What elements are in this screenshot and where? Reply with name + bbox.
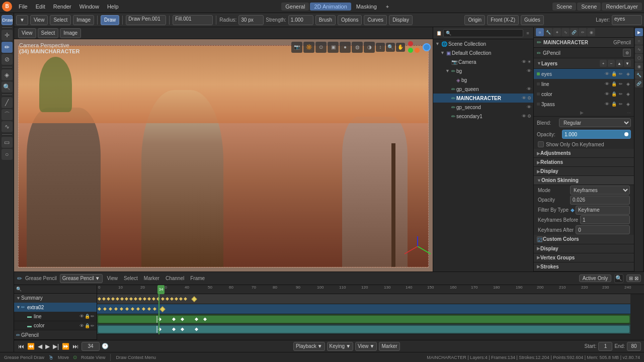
summary-expand[interactable]: ▼ xyxy=(16,296,20,301)
side-tab-active[interactable]: ▶ xyxy=(635,28,643,36)
layer-lock-line[interactable]: 🔒 xyxy=(611,81,617,86)
vertex-groups-section[interactable]: ▶ Vertex Groups xyxy=(534,253,634,262)
summary-track-row[interactable] xyxy=(97,294,630,304)
layer-eye-color[interactable]: 👁 xyxy=(604,92,610,97)
options-btn[interactable]: Options xyxy=(338,15,362,25)
axis-gizmo[interactable] xyxy=(408,236,428,256)
side-tab-2[interactable]: ○ xyxy=(635,37,643,45)
side-tab-4[interactable]: ⬡ xyxy=(635,54,643,62)
layer-lock-3pass[interactable]: 🔒 xyxy=(611,102,617,107)
nav-walk-btn[interactable]: ↕ xyxy=(376,43,385,52)
layer-down-btn[interactable]: ▼ xyxy=(624,60,631,67)
end-frame-input[interactable]: 80 xyxy=(627,342,641,351)
timeline-search[interactable]: 🔍 xyxy=(614,274,623,283)
color-eye-icon[interactable]: 👁 xyxy=(79,323,84,328)
layer-line[interactable]: line 👁 🔒 ✏ ◈ xyxy=(534,79,634,89)
tree-scene-collection[interactable]: ▼ 🌐 Scene Collection xyxy=(433,39,533,48)
bg-eye-icon[interactable]: 👁 xyxy=(527,68,531,73)
nav-overlay-btn[interactable]: ⊙ xyxy=(315,42,327,53)
layer-eyes[interactable]: eyes 👁 🔒 ✏ ◈ xyxy=(534,69,634,79)
timeline-marker-btn[interactable]: Marker xyxy=(142,276,161,281)
circle-tool[interactable]: ○ xyxy=(2,149,13,160)
menu-file[interactable]: File xyxy=(15,3,31,11)
viewport-image-btn[interactable]: Image xyxy=(60,28,81,38)
menu-window[interactable]: Window xyxy=(76,3,103,11)
viewport-view-btn[interactable]: View xyxy=(18,28,36,38)
cursor-tool[interactable]: ✛ xyxy=(2,30,13,41)
camera-render-icon[interactable]: ☀ xyxy=(527,59,531,64)
layer-fill-eyes[interactable]: ◈ xyxy=(625,71,631,76)
step-back-btn[interactable]: ◀ xyxy=(37,343,43,350)
mainchar-eye-icon[interactable]: 👁 xyxy=(522,96,526,101)
mode-draw[interactable]: Draw xyxy=(2,15,13,25)
workspace-add[interactable]: + xyxy=(382,3,393,11)
playback-btn[interactable]: Playback▼ xyxy=(293,342,325,351)
menu-help[interactable]: Help xyxy=(104,3,122,11)
line-pencil-icon[interactable]: ✏ xyxy=(91,314,95,319)
props-tab-modifier[interactable]: 🔧 xyxy=(544,28,552,36)
onion-section-header[interactable]: ▼ Onion Skinning xyxy=(534,176,634,185)
custom-colors-section[interactable]: ☑ Custom Colors xyxy=(534,235,634,244)
mainchar-rig-icon[interactable]: ⚙ xyxy=(527,96,531,101)
color-pencil-icon[interactable]: ✏ xyxy=(91,323,95,328)
onion-mode-select[interactable]: Keyframes xyxy=(570,186,630,195)
line-lock-icon[interactable]: 🔒 xyxy=(85,314,90,319)
tree-bg-group[interactable]: ▼ ✏ bg 👁 xyxy=(433,66,533,75)
fill-tool[interactable]: ◈ xyxy=(2,69,13,80)
props-tab-material[interactable]: ◉ xyxy=(587,28,595,36)
tree-gpsecond[interactable]: ✏ gp_second 👁 xyxy=(433,103,533,112)
adjustments-section[interactable]: ▶ Adjustments xyxy=(534,149,634,158)
eyedrop-tool[interactable]: 🔍 xyxy=(2,81,13,93)
viewport-select-btn[interactable]: Select xyxy=(38,28,59,38)
jump-end-btn[interactable]: ⏭ xyxy=(71,343,79,350)
line-eye-icon[interactable]: 👁 xyxy=(79,314,84,319)
draw-tool[interactable]: ✏ xyxy=(2,42,13,53)
nav-pan-btn[interactable]: ✋ xyxy=(396,43,405,52)
color-lock-icon[interactable]: 🔒 xyxy=(85,323,90,328)
box-tool[interactable]: ▭ xyxy=(2,137,13,148)
nav-render-btn[interactable]: 🔆 xyxy=(303,42,314,53)
secondary1-rig-icon[interactable]: ⚙ xyxy=(527,114,531,119)
nav-material-btn[interactable]: ◍ xyxy=(352,42,363,53)
layer-fill-color[interactable]: ◈ xyxy=(625,92,631,97)
data-settings-btn[interactable]: ⚙ xyxy=(623,49,631,57)
display-section-2[interactable]: ▶ Display xyxy=(534,244,634,253)
viewport-canvas[interactable]: Camera Perspective (34) MAINCHARACTER xyxy=(14,39,433,272)
side-tab-3[interactable]: ∿ xyxy=(635,45,643,53)
track-header-gp[interactable]: ✏ GPencil xyxy=(14,330,97,340)
filter-type-value[interactable]: Keyframe xyxy=(576,206,630,215)
timeline-frame-btn[interactable]: Frame xyxy=(189,276,206,281)
display-section[interactable]: ▶ Display xyxy=(534,167,634,176)
layer-add-btn[interactable]: + xyxy=(600,60,607,67)
current-frame-input[interactable]: 34 xyxy=(82,342,100,351)
layer-lock-eyes[interactable]: 🔒 xyxy=(611,71,617,76)
start-frame-input[interactable]: 1 xyxy=(598,342,612,351)
scene-selector[interactable]: Scene xyxy=(577,3,601,11)
curves-btn[interactable]: Curves xyxy=(364,15,387,25)
kf-before-value[interactable]: 1 xyxy=(580,215,630,224)
layer-eye-3pass[interactable]: 👁 xyxy=(604,102,610,107)
secondary1-eye-icon[interactable]: 👁 xyxy=(522,114,526,119)
kf-after-value[interactable]: 0 xyxy=(576,225,630,234)
layer-eye-eyes[interactable]: 👁 xyxy=(604,71,610,76)
jump-start-btn[interactable]: ⏮ xyxy=(17,343,25,350)
props-tab-object[interactable]: ○ xyxy=(536,28,544,36)
track-header-extra02[interactable]: ▼ ✏ extra02 xyxy=(14,303,97,312)
track-header-summary[interactable]: ▼ Summary xyxy=(14,294,97,303)
relations-section[interactable]: ▶ Relations xyxy=(534,158,634,167)
image-header-btn[interactable]: Image xyxy=(73,15,94,25)
view-timeline-btn[interactable]: View▼ xyxy=(355,342,377,351)
nav-render-view-btn[interactable]: ◑ xyxy=(364,42,375,53)
camera-eye-icon[interactable]: 👁 xyxy=(522,59,526,64)
radius-value[interactable]: 30 px xyxy=(238,15,264,25)
mode-btn[interactable]: ▼ xyxy=(16,15,28,25)
layer-lock-color[interactable]: 🔒 xyxy=(611,92,617,97)
props-tab-constraints[interactable]: 🔗 xyxy=(570,28,578,36)
gpsecond-eye-icon[interactable]: 👁 xyxy=(527,105,531,110)
display-btn[interactable]: Display xyxy=(389,15,413,25)
side-tab-6[interactable]: 🔧 xyxy=(635,71,643,79)
onion-opacity-value[interactable]: 0.026 xyxy=(570,196,630,205)
tree-secondary1[interactable]: ✏ secondary1 👁 ⚙ xyxy=(433,112,533,121)
timeline-filter[interactable]: ⊞ ⊠ xyxy=(626,275,641,282)
strength-value[interactable]: 1.000 xyxy=(288,15,313,25)
